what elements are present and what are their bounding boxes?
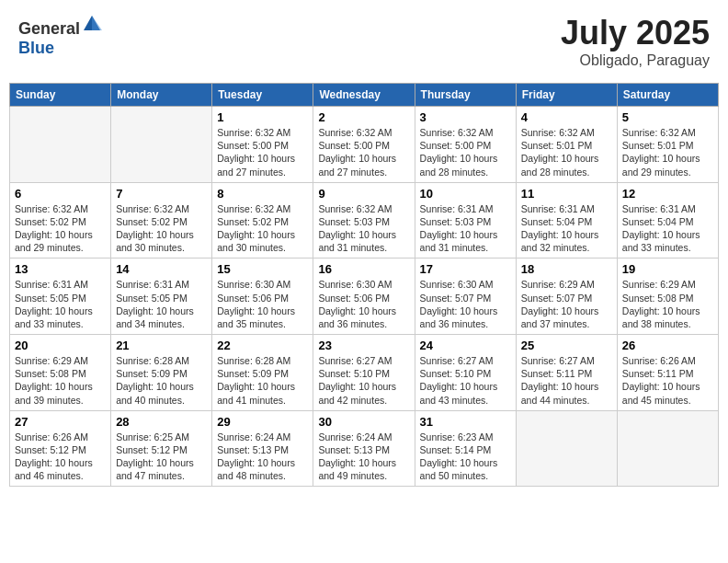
calendar-day-cell: 19Sunrise: 6:29 AM Sunset: 5:08 PM Dayli…: [617, 259, 718, 335]
calendar-day-cell: [111, 107, 212, 183]
day-number: 7: [116, 187, 207, 201]
logo-blue: Blue: [18, 39, 54, 57]
day-number: 21: [116, 339, 207, 352]
calendar-day-cell: 18Sunrise: 6:29 AM Sunset: 5:07 PM Dayli…: [516, 259, 617, 335]
weekday-header: Sunday: [10, 84, 111, 107]
calendar-day-cell: 17Sunrise: 6:30 AM Sunset: 5:07 PM Dayli…: [415, 259, 516, 335]
day-info: Sunrise: 6:29 AM Sunset: 5:08 PM Dayligh…: [622, 278, 713, 330]
weekday-header: Wednesday: [313, 84, 415, 107]
day-info: Sunrise: 6:31 AM Sunset: 5:05 PM Dayligh…: [15, 278, 106, 330]
day-info: Sunrise: 6:27 AM Sunset: 5:10 PM Dayligh…: [318, 354, 409, 407]
day-info: Sunrise: 6:32 AM Sunset: 5:00 PM Dayligh…: [420, 126, 511, 178]
day-info: Sunrise: 6:31 AM Sunset: 5:03 PM Dayligh…: [420, 202, 511, 255]
calendar-title: July 2025: [561, 14, 710, 52]
day-number: 2: [318, 110, 409, 124]
day-info: Sunrise: 6:29 AM Sunset: 5:07 PM Dayligh…: [521, 278, 612, 330]
day-info: Sunrise: 6:32 AM Sunset: 5:01 PM Dayligh…: [521, 126, 612, 178]
day-number: 9: [318, 187, 409, 201]
calendar-week-row: 1Sunrise: 6:32 AM Sunset: 5:00 PM Daylig…: [10, 107, 719, 183]
weekday-header-row: SundayMondayTuesdayWednesdayThursdayFrid…: [10, 84, 719, 107]
day-number: 11: [521, 187, 612, 201]
day-number: 22: [217, 339, 308, 352]
day-number: 15: [217, 262, 308, 276]
day-number: 10: [420, 187, 511, 201]
day-info: Sunrise: 6:32 AM Sunset: 5:00 PM Dayligh…: [318, 126, 409, 178]
day-info: Sunrise: 6:27 AM Sunset: 5:10 PM Dayligh…: [420, 354, 511, 407]
day-info: Sunrise: 6:24 AM Sunset: 5:13 PM Dayligh…: [217, 431, 308, 483]
calendar-week-row: 27Sunrise: 6:26 AM Sunset: 5:12 PM Dayli…: [10, 410, 719, 487]
logo-icon: [82, 14, 102, 34]
day-number: 3: [420, 110, 511, 124]
day-number: 31: [420, 415, 511, 429]
calendar-day-cell: 23Sunrise: 6:27 AM Sunset: 5:10 PM Dayli…: [313, 335, 415, 411]
day-info: Sunrise: 6:31 AM Sunset: 5:04 PM Dayligh…: [521, 202, 612, 255]
calendar-week-row: 13Sunrise: 6:31 AM Sunset: 5:05 PM Dayli…: [10, 259, 719, 335]
day-number: 13: [15, 262, 106, 276]
day-info: Sunrise: 6:30 AM Sunset: 5:06 PM Dayligh…: [318, 278, 409, 330]
day-info: Sunrise: 6:32 AM Sunset: 5:00 PM Dayligh…: [217, 126, 308, 178]
calendar-day-cell: 7Sunrise: 6:32 AM Sunset: 5:02 PM Daylig…: [111, 182, 212, 259]
calendar-day-cell: 5Sunrise: 6:32 AM Sunset: 5:01 PM Daylig…: [617, 107, 718, 183]
day-info: Sunrise: 6:25 AM Sunset: 5:12 PM Dayligh…: [116, 431, 207, 483]
day-number: 17: [420, 262, 511, 276]
calendar-day-cell: 10Sunrise: 6:31 AM Sunset: 5:03 PM Dayli…: [415, 182, 516, 259]
day-number: 12: [622, 187, 713, 201]
day-number: 5: [622, 110, 713, 124]
weekday-header: Friday: [516, 84, 617, 107]
calendar-day-cell: 11Sunrise: 6:31 AM Sunset: 5:04 PM Dayli…: [516, 182, 617, 259]
day-number: 26: [622, 339, 713, 352]
calendar-day-cell: 9Sunrise: 6:32 AM Sunset: 5:03 PM Daylig…: [313, 182, 415, 259]
logo-general: General: [18, 19, 80, 38]
calendar-day-cell: 13Sunrise: 6:31 AM Sunset: 5:05 PM Dayli…: [10, 259, 111, 335]
calendar-location: Obligado, Paraguay: [561, 52, 710, 69]
day-number: 23: [318, 339, 409, 352]
day-info: Sunrise: 6:30 AM Sunset: 5:06 PM Dayligh…: [217, 278, 308, 330]
day-info: Sunrise: 6:32 AM Sunset: 5:01 PM Dayligh…: [622, 126, 713, 178]
title-block: July 2025 Obligado, Paraguay: [561, 14, 710, 69]
calendar-day-cell: 14Sunrise: 6:31 AM Sunset: 5:05 PM Dayli…: [111, 259, 212, 335]
day-number: 25: [521, 339, 612, 352]
calendar-week-row: 20Sunrise: 6:29 AM Sunset: 5:08 PM Dayli…: [10, 335, 719, 411]
weekday-header: Thursday: [415, 84, 516, 107]
logo-text: General Blue: [18, 14, 102, 58]
day-info: Sunrise: 6:28 AM Sunset: 5:09 PM Dayligh…: [217, 354, 308, 407]
calendar-day-cell: 31Sunrise: 6:23 AM Sunset: 5:14 PM Dayli…: [415, 410, 516, 487]
day-number: 14: [116, 262, 207, 276]
day-info: Sunrise: 6:31 AM Sunset: 5:05 PM Dayligh…: [116, 278, 207, 330]
calendar-day-cell: 15Sunrise: 6:30 AM Sunset: 5:06 PM Dayli…: [212, 259, 313, 335]
weekday-header: Saturday: [617, 84, 718, 107]
calendar-day-cell: 3Sunrise: 6:32 AM Sunset: 5:00 PM Daylig…: [415, 107, 516, 183]
day-number: 18: [521, 262, 612, 276]
day-info: Sunrise: 6:32 AM Sunset: 5:02 PM Dayligh…: [116, 202, 207, 255]
logo: General Blue: [18, 14, 102, 58]
calendar-day-cell: 25Sunrise: 6:27 AM Sunset: 5:11 PM Dayli…: [516, 335, 617, 411]
day-info: Sunrise: 6:26 AM Sunset: 5:11 PM Dayligh…: [622, 354, 713, 407]
calendar-day-cell: 27Sunrise: 6:26 AM Sunset: 5:12 PM Dayli…: [10, 410, 111, 487]
page-header: General Blue July 2025 Obligado, Paragua…: [9, 9, 719, 74]
calendar-day-cell: 2Sunrise: 6:32 AM Sunset: 5:00 PM Daylig…: [313, 107, 415, 183]
day-info: Sunrise: 6:27 AM Sunset: 5:11 PM Dayligh…: [521, 354, 612, 407]
calendar-table: SundayMondayTuesdayWednesdayThursdayFrid…: [9, 83, 719, 487]
calendar-day-cell: 6Sunrise: 6:32 AM Sunset: 5:02 PM Daylig…: [10, 182, 111, 259]
calendar-day-cell: [516, 410, 617, 487]
calendar-day-cell: 26Sunrise: 6:26 AM Sunset: 5:11 PM Dayli…: [617, 335, 718, 411]
day-number: 4: [521, 110, 612, 124]
calendar-day-cell: 4Sunrise: 6:32 AM Sunset: 5:01 PM Daylig…: [516, 107, 617, 183]
svg-marker-1: [92, 16, 102, 30]
day-number: 20: [15, 339, 106, 352]
calendar-day-cell: 8Sunrise: 6:32 AM Sunset: 5:02 PM Daylig…: [212, 182, 313, 259]
calendar-day-cell: 21Sunrise: 6:28 AM Sunset: 5:09 PM Dayli…: [111, 335, 212, 411]
calendar-day-cell: [617, 410, 718, 487]
calendar-day-cell: 12Sunrise: 6:31 AM Sunset: 5:04 PM Dayli…: [617, 182, 718, 259]
calendar-day-cell: 24Sunrise: 6:27 AM Sunset: 5:10 PM Dayli…: [415, 335, 516, 411]
calendar-week-row: 6Sunrise: 6:32 AM Sunset: 5:02 PM Daylig…: [10, 182, 719, 259]
day-info: Sunrise: 6:23 AM Sunset: 5:14 PM Dayligh…: [420, 431, 511, 483]
day-number: 29: [217, 415, 308, 429]
day-info: Sunrise: 6:30 AM Sunset: 5:07 PM Dayligh…: [420, 278, 511, 330]
day-number: 24: [420, 339, 511, 352]
day-number: 28: [116, 415, 207, 429]
day-number: 30: [318, 415, 409, 429]
day-number: 16: [318, 262, 409, 276]
day-info: Sunrise: 6:32 AM Sunset: 5:02 PM Dayligh…: [15, 202, 106, 255]
calendar-day-cell: 30Sunrise: 6:24 AM Sunset: 5:13 PM Dayli…: [313, 410, 415, 487]
